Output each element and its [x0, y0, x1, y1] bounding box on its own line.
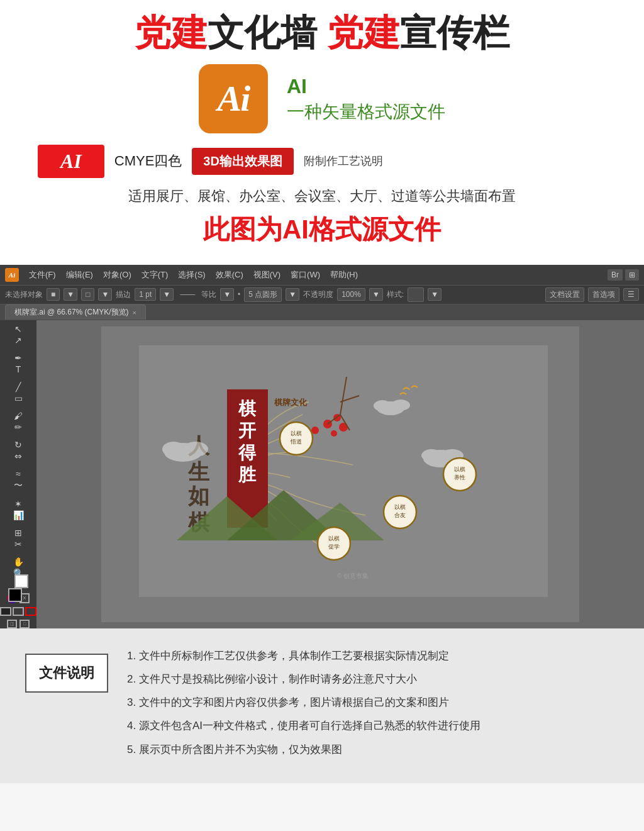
toolbar-dash: —— — [180, 290, 195, 299]
menu-object[interactable]: 对象(O) — [98, 268, 136, 282]
svg-text:得: 得 — [238, 443, 257, 462]
ai-description: AI 一种矢量格式源文件 — [287, 74, 445, 124]
toolbar-equal-dropdown[interactable]: ▼ — [220, 288, 234, 301]
svg-text:胜: 胜 — [238, 465, 257, 484]
background-color[interactable] — [14, 574, 28, 588]
menu-effect[interactable]: 效果(C) — [211, 268, 248, 282]
tool-selection[interactable]: ↖ — [9, 324, 27, 334]
tab-document[interactable]: 棋牌室.ai @ 66.67% (CMYK/预览) × — [5, 304, 146, 320]
svg-point-27 — [391, 399, 410, 411]
svg-text:合友: 合友 — [394, 512, 406, 518]
ai-desc-line1: AI — [287, 74, 445, 100]
view-mode-2[interactable] — [13, 607, 24, 616]
toolbar-style-label: 样式: — [387, 289, 404, 300]
toolbar-style-dropdown[interactable]: ▼ — [428, 288, 441, 301]
tool-hand[interactable]: ✋ — [9, 557, 27, 567]
title-red-1: 党建 — [135, 12, 208, 53]
badge-ai: AI — [38, 145, 104, 178]
tool-rotate[interactable]: ↻ — [9, 440, 27, 450]
tool-warp[interactable]: 〜 — [9, 480, 27, 491]
toolbar-opacity-dropdown[interactable]: ▼ — [369, 288, 383, 301]
tool-rectangle[interactable]: ▭ — [9, 393, 27, 403]
screen-mode-2[interactable]: □ — [19, 620, 30, 628]
svg-text:悟道: 悟道 — [290, 438, 302, 445]
toolbar-stroke-box[interactable]: □ — [81, 288, 94, 301]
bottom-section: 文件说明 1. 文件中所标制作工艺仅供参考，具体制作工艺要根据实际情况制定 2.… — [0, 628, 644, 783]
menu-bar: Ai 文件(F) 编辑(E) 对象(O) 文字(T) 选择(S) 效果(C) 视… — [0, 265, 644, 285]
svg-point-21 — [183, 442, 208, 457]
tool-width[interactable]: ≈ — [9, 469, 27, 479]
toolbox: ↖ ↗ ✒ T ╱ ▭ 🖌 ✏ ↻ ⇔ ≈ 〜 ✶ 📊 ⊞ ✂ ✋ 🔍 — [0, 320, 36, 628]
tool-symbol[interactable]: ✶ — [9, 499, 27, 509]
canvas-area: ↖ ↗ ✒ T ╱ ▭ 🖌 ✏ ↻ ⇔ ≈ 〜 ✶ 📊 ⊞ ✂ ✋ 🔍 — [0, 320, 644, 628]
svg-text:养性: 养性 — [454, 474, 465, 481]
tool-paintbrush[interactable]: 🖌 — [9, 411, 27, 421]
ai-app-icon: Ai — [5, 268, 19, 282]
menu-window[interactable]: 窗口(W) — [286, 268, 325, 282]
svg-text:开: 开 — [238, 421, 257, 440]
tool-slice[interactable]: ✂ — [9, 539, 27, 549]
toolbar-shape-dropdown[interactable]: ▼ — [286, 288, 299, 301]
menu-help[interactable]: 帮助(H) — [325, 268, 363, 282]
title-black-2: 宣传栏 — [400, 12, 509, 53]
tab-close-button[interactable]: × — [133, 309, 136, 316]
svg-point-28 — [374, 400, 391, 411]
svg-point-22 — [162, 442, 185, 457]
view-mode-buttons — [0, 607, 36, 616]
svg-point-15 — [311, 427, 319, 434]
menu-edit[interactable]: 编辑(E) — [61, 268, 98, 282]
note-item-1: 1. 文件中所标制作工艺仅供参考，具体制作工艺要根据实际情况制定 — [127, 647, 619, 664]
menu-select[interactable]: 选择(S) — [173, 268, 210, 282]
tool-type[interactable]: T — [9, 364, 27, 374]
svg-text:© 创意市集: © 创意市集 — [337, 572, 369, 579]
toolbar-fill[interactable]: ■ — [47, 288, 60, 301]
toolbar-fill-dropdown[interactable]: ▼ — [64, 288, 77, 301]
toolbar-stroke-dropdown[interactable]: ▼ — [98, 288, 112, 301]
ai-logo: Ai — [199, 64, 268, 133]
toolbar-stroke-label: 描边 — [116, 289, 131, 300]
toolbar-extra[interactable]: ☰ — [623, 288, 639, 301]
svg-point-14 — [331, 430, 337, 437]
file-label-box: 文件说明 — [25, 654, 108, 693]
menu-file[interactable]: 文件(F) — [24, 268, 61, 282]
menu-text[interactable]: 文字(T) — [136, 268, 174, 282]
toolbar-doc-settings[interactable]: 文档设置 — [545, 287, 584, 302]
badge-cmyk: CMYE四色 — [114, 152, 182, 170]
toolbar-preferences[interactable]: 首选项 — [588, 287, 619, 302]
title-black-1: 文化墙 — [208, 12, 327, 53]
view-mode-3[interactable] — [25, 607, 36, 616]
badge-3d: 3D输出效果图 — [192, 148, 294, 175]
tab-name: 棋牌室.ai @ 66.67% (CMYK/预览) — [14, 307, 129, 318]
foreground-color[interactable] — [8, 588, 22, 602]
toolbar-shape-value[interactable]: 5 点圆形 — [244, 287, 282, 302]
ai-logo-text: Ai — [218, 77, 250, 120]
svg-point-25 — [421, 449, 441, 462]
tab-bar: 棋牌室.ai @ 66.67% (CMYK/预览) × — [0, 304, 644, 320]
svg-text:棋牌文化: 棋牌文化 — [274, 398, 308, 407]
tool-pen[interactable]: ✒ — [9, 353, 27, 363]
tool-line[interactable]: ╱ — [9, 382, 27, 392]
tool-pencil[interactable]: ✏ — [9, 422, 27, 432]
app-section: Ai 文件(F) 编辑(E) 对象(O) 文字(T) 选择(S) 效果(C) 视… — [0, 265, 644, 628]
top-section: 党建文化墙 党建宣传栏 Ai AI 一种矢量格式源文件 AI CMYE四色 3D… — [0, 0, 644, 265]
watermark-row: Ai AI 一种矢量格式源文件 — [25, 64, 619, 133]
view-mode-1[interactable] — [0, 607, 11, 616]
note-item-3: 3. 文件中的文字和图片内容仅供参考，图片请根据自己的文案和图片 — [127, 694, 619, 711]
tool-reflect[interactable]: ⇔ — [9, 451, 27, 461]
toolbar-opacity-value[interactable]: 100% — [337, 288, 365, 301]
toolbar-pt-value[interactable]: 1 pt — [135, 288, 156, 301]
main-canvas: 人 生 如 棋 棋 开 得 胜 棋牌文化 — [36, 320, 644, 628]
menu-view[interactable]: 视图(V) — [248, 268, 286, 282]
svg-text:以棋: 以棋 — [291, 430, 302, 437]
menu-icon-box: Br — [608, 269, 623, 281]
tool-direct-selection[interactable]: ↗ — [9, 335, 27, 345]
screen-mode-1[interactable]: ◫ — [7, 620, 17, 628]
badge-note: 附制作工艺说明 — [304, 153, 383, 169]
toolbar-opacity-label: 不透明度 — [303, 289, 333, 300]
toolbar-pt-dropdown[interactable]: ▼ — [160, 288, 174, 301]
toolbar-style-value[interactable] — [408, 287, 424, 302]
tool-artboard[interactable]: ⊞ — [9, 528, 27, 538]
title-red-2: 党建 — [327, 12, 400, 53]
toolbar-no-selection: 未选择对象 — [5, 289, 43, 300]
tool-graph[interactable]: 📊 — [9, 510, 27, 520]
